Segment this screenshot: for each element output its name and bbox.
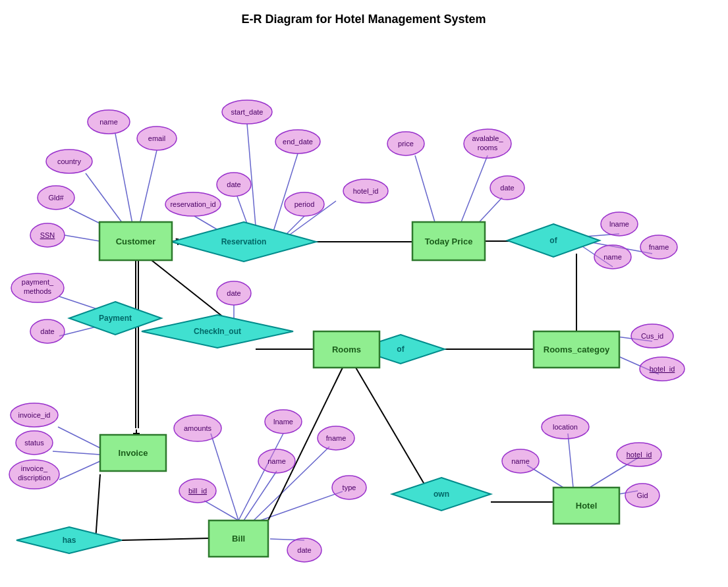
attr-name4-label: name <box>511 457 530 465</box>
customer-label: Customer <box>116 237 156 246</box>
attr-name3-label: name <box>267 457 286 465</box>
svg-line-26 <box>238 433 283 520</box>
attr-name1-label: name <box>99 118 118 126</box>
attr-price-label: price <box>398 140 414 148</box>
svg-line-50 <box>356 368 428 491</box>
attr-period-label: period <box>294 200 315 208</box>
of1-label: of <box>549 236 557 245</box>
attr-billid-label: bill_id <box>188 487 207 495</box>
attr-invoicedisc-label: invoice_ <box>21 464 48 472</box>
attr-fname1-label: fname <box>649 243 669 251</box>
of2-label: of <box>397 345 405 354</box>
rooms-label: Rooms <box>332 345 361 354</box>
svg-line-29 <box>260 491 343 520</box>
attr-date4-label: date <box>227 289 240 297</box>
reservation-label: Reservation <box>221 237 267 246</box>
own-label: own <box>434 489 449 499</box>
has-label: has <box>63 536 76 545</box>
svg-line-24 <box>59 461 100 480</box>
attr-date3-label: date <box>40 327 54 335</box>
attr-reservid-label: reservation_id <box>170 200 215 208</box>
attr-invoicedisc-label2: discription <box>18 474 51 482</box>
attr-ssn-label: SSN <box>40 231 55 239</box>
hotel-label: Hotel <box>576 501 598 511</box>
attr-availrooms-label2: rooms <box>478 144 498 152</box>
attr-lname2-label: lname <box>273 418 293 426</box>
attr-gid2-label: Gid <box>636 491 648 499</box>
attr-country-label: country <box>57 157 82 165</box>
checkinout-label: CheckIn_out <box>194 327 241 336</box>
svg-line-23 <box>53 451 100 455</box>
attr-hotelid3-label: hotel_id <box>627 451 652 459</box>
attr-startdate-label: start_date <box>231 108 264 116</box>
svg-line-22 <box>58 427 100 448</box>
attr-availrooms-label: avalable_ <box>472 134 503 142</box>
todayprice-label: Today Price <box>425 237 473 246</box>
attr-date2-label: date <box>500 184 514 192</box>
svg-line-32 <box>568 433 573 488</box>
attr-lname1-label: lname <box>609 220 629 228</box>
er-diagram: E-R Diagram for Hotel Management System <box>0 0 728 587</box>
attr-enddate-label: end_date <box>283 138 313 146</box>
attr-date5-label: date <box>297 546 311 554</box>
svg-line-12 <box>461 155 488 222</box>
attr-paymethods-label: payment_ <box>22 278 54 286</box>
payment-label: Payment <box>99 314 132 323</box>
roomscategoy-label: Rooms_categoy <box>544 345 610 354</box>
attr-amounts-label: amounts <box>184 424 212 432</box>
diagram-title: E-R Diagram for Hotel Management System <box>241 13 486 26</box>
attr-gld-label: Gld# <box>48 194 64 202</box>
svg-line-4 <box>65 235 99 241</box>
bill-label: Bill <box>232 534 245 544</box>
svg-line-44 <box>122 538 209 540</box>
attr-paymethods-label2: methods <box>24 287 52 295</box>
attr-hotelid1-label: hotel_id <box>353 187 379 195</box>
attr-fname2-label: fname <box>326 434 347 442</box>
attr-type-label: type <box>343 484 356 491</box>
attr-invoiceid-label: invoice_id <box>18 411 51 419</box>
svg-line-43 <box>96 474 100 540</box>
attr-email-label: email <box>148 134 165 142</box>
attr-name2-label: name <box>603 253 622 261</box>
attr-date1-label: date <box>227 181 240 188</box>
attr-status-label: status <box>24 439 44 447</box>
attr-cusid-label: Cus_id <box>641 332 663 340</box>
attr-hotelid2-label: hotel_id <box>650 365 675 373</box>
attr-location-label: location <box>553 423 578 431</box>
invoice-label: Invoice <box>119 448 148 458</box>
svg-line-11 <box>415 155 435 222</box>
